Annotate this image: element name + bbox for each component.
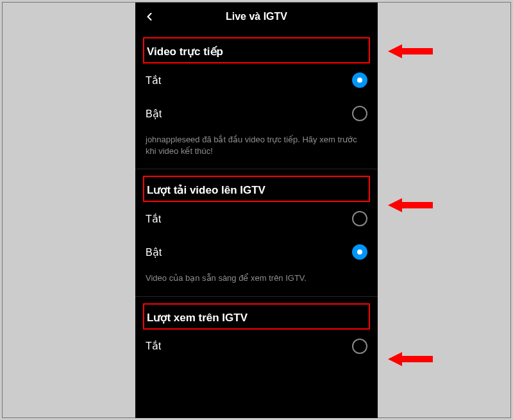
radio-unchecked-icon [352,211,367,226]
chevron-left-icon [143,10,156,23]
arrow-annotation-1 [388,42,433,61]
option-live-on[interactable]: Bật [135,97,378,130]
page-title: Live và IGTV [226,11,287,22]
option-igtv-upload-off[interactable]: Tắt [135,202,378,235]
section-title-igtv-views: Lượt xem trên IGTV [147,311,366,324]
highlight-box-1: Video trực tiếp [143,37,370,63]
header-bar: Live và IGTV [135,3,378,31]
option-label: Bật [146,246,162,258]
option-igtv-views-off[interactable]: Tắt [135,330,378,363]
radio-unchecked-icon [352,106,367,121]
option-label: Tắt [146,213,161,225]
svg-marker-1 [388,198,433,212]
radio-checked-icon [352,244,367,260]
section-description: Video của bạn sẵn sàng để xem trên IGTV. [135,269,378,296]
phone-screen: Live và IGTV Video trực tiếp Tắt Bật joh… [135,3,378,418]
divider [135,169,378,169]
arrow-annotation-3 [388,349,433,369]
option-label: Bật [146,108,162,120]
option-igtv-upload-on[interactable]: Bật [135,235,378,269]
highlight-box-2: Lượt tải video lên IGTV [143,176,370,202]
back-button[interactable] [142,9,157,24]
section-description: johnappleseed đã bắt đầu video trực tiếp… [135,130,378,169]
radio-unchecked-icon [352,339,367,354]
section-title-live-video: Video trực tiếp [147,45,366,58]
arrow-annotation-2 [388,196,433,215]
option-live-off[interactable]: Tắt [135,63,378,97]
highlight-box-3: Lượt xem trên IGTV [143,303,370,330]
divider [135,296,378,297]
svg-marker-0 [388,44,433,58]
radio-checked-icon [352,72,367,88]
section-title-igtv-upload: Lượt tải video lên IGTV [147,183,366,197]
svg-marker-2 [388,352,433,366]
option-label: Tắt [146,340,161,352]
option-label: Tắt [146,74,161,87]
